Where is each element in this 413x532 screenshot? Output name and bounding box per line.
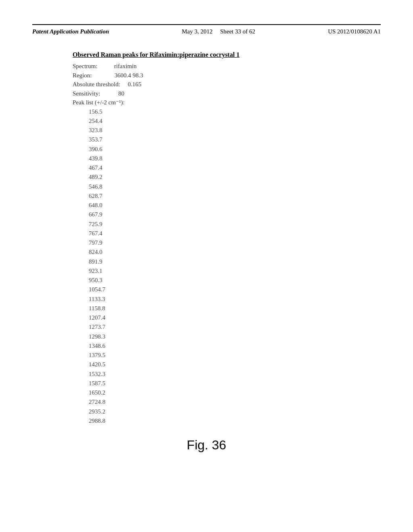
figure-label: Fig. 36 — [32, 438, 381, 453]
peak-value: 1273.7 — [81, 322, 381, 332]
peak-value: 489.2 — [81, 172, 381, 182]
peak-value: 2988.8 — [81, 416, 381, 426]
sensitivity-value: 80 — [118, 90, 124, 97]
peak-value: 439.8 — [81, 154, 381, 163]
sensitivity-label: Sensitivity: — [73, 90, 100, 97]
peak-value: 1587.5 — [81, 379, 381, 388]
peak-value: 648.0 — [81, 201, 381, 210]
peak-value: 1207.4 — [81, 313, 381, 322]
peak-value: 1054.7 — [81, 285, 381, 294]
peak-value: 667.9 — [81, 210, 381, 219]
peak-value: 767.4 — [81, 229, 381, 238]
peak-value: 824.0 — [81, 247, 381, 257]
region-value: 3600.4 98.3 — [115, 72, 143, 79]
publication-title: Patent Application Publication — [32, 28, 109, 35]
peak-value: 1420.5 — [81, 360, 381, 369]
peak-value: 725.9 — [81, 220, 381, 229]
peak-value: 1158.8 — [81, 304, 381, 313]
peak-value: 628.7 — [81, 191, 381, 201]
peak-list-header: Peak list (+/-2 cm⁻¹): — [73, 98, 381, 107]
peak-value: 1379.5 — [81, 351, 381, 360]
peak-value: 390.6 — [81, 145, 381, 154]
absolute-line: Absolute threshold: 0.165 — [73, 80, 381, 89]
peak-value: 546.8 — [81, 182, 381, 191]
region-label: Region: — [73, 72, 92, 79]
page: Patent Application Publication May 3, 20… — [0, 0, 413, 532]
main-content: Observed Raman peaks for Rifaximin:piper… — [32, 47, 381, 426]
spectrum-value: rifaximin — [114, 63, 137, 69]
peak-value: 467.4 — [81, 163, 381, 172]
peak-value: 1532.3 — [81, 370, 381, 379]
absolute-value: 0.165 — [128, 81, 142, 87]
peak-value: 2935.2 — [81, 407, 381, 416]
peak-value: 891.9 — [81, 257, 381, 266]
peak-value: 353.7 — [81, 135, 381, 144]
publication-date: May 3, 2012 — [182, 28, 213, 35]
patent-number: US 2012/0108620 A1 — [328, 28, 381, 35]
sensitivity-line: Sensitivity: 80 — [73, 89, 381, 98]
peak-list-label: Peak list (+/-2 cm⁻¹): — [73, 99, 125, 106]
publication-date-sheet: May 3, 2012 Sheet 33 of 62 — [182, 28, 255, 35]
peak-value: 1133.3 — [81, 295, 381, 304]
peak-value: 923.1 — [81, 266, 381, 276]
peak-value: 254.4 — [81, 116, 381, 126]
peak-list: 156.5254.4323.8353.7390.6439.8467.4489.2… — [73, 107, 381, 426]
peak-value: 323.8 — [81, 126, 381, 135]
absolute-label: Absolute threshold: — [73, 81, 120, 87]
peak-value: 1348.6 — [81, 341, 381, 351]
sheet-info: Sheet 33 of 62 — [220, 28, 255, 35]
peak-value: 156.5 — [81, 107, 381, 116]
peak-value: 797.9 — [81, 238, 381, 247]
peak-value: 1298.3 — [81, 332, 381, 341]
page-header: Patent Application Publication May 3, 20… — [32, 24, 381, 35]
peak-value: 1650.2 — [81, 388, 381, 397]
peak-value: 2724.8 — [81, 397, 381, 407]
peak-value: 950.3 — [81, 276, 381, 285]
spectrum-label: Spectrum: — [73, 63, 98, 69]
spectrum-line: Spectrum: rifaximin — [73, 62, 381, 71]
region-line: Region: 3600.4 98.3 — [73, 71, 381, 80]
section-title: Observed Raman peaks for Rifaximin:piper… — [73, 51, 381, 58]
